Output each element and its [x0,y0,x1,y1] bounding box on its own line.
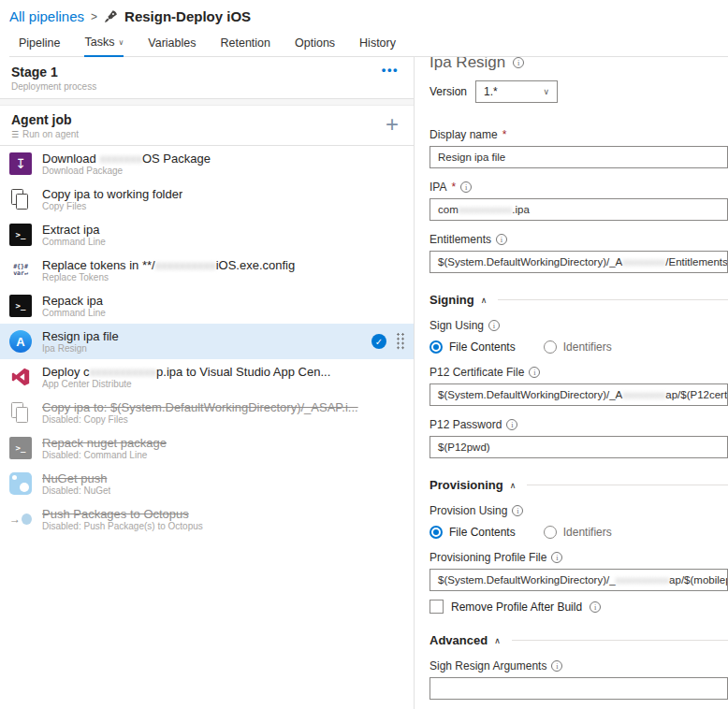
breadcrumb: All pipelines > Resign-Deploy iOS [9,8,728,24]
section-rule [498,299,728,300]
tab-pipeline[interactable]: Pipeline [19,36,60,56]
chevron-down-icon: ∨ [118,38,124,47]
info-icon[interactable]: i [551,552,562,563]
copy-files-icon [9,401,32,424]
chevron-up-icon: ∧ [510,481,517,490]
task-subtitle: Disabled: Copy Files [42,414,358,426]
section-provisioning[interactable]: Provisioning ∧ [430,478,728,492]
info-icon[interactable]: i [460,181,472,193]
field-label: P12 Certificate File [430,366,524,379]
tab-options[interactable]: Options [295,36,335,56]
drag-handle[interactable] [396,332,406,351]
task-row[interactable]: >_Repack ipaCommand Line [0,288,414,324]
remove-profile-checkbox[interactable] [430,600,444,614]
task-subtitle: Download Package [42,166,211,177]
app-center-icon [9,366,32,388]
p12-cert-input[interactable]: $(System.DefaultWorkingDirectory)/_Axxxx… [430,383,728,406]
tab-bar: Pipeline Tasks ∨ Variables Retention Opt… [9,24,728,57]
breadcrumb-all-pipelines-link[interactable]: All pipelines [9,8,84,24]
section-rule [512,640,728,641]
field-entitlements: Entitlements i $(System.DefaultWorkingDi… [430,233,728,273]
field-label: Provision Using [430,504,507,517]
field-sign-using: Sign Using i File Contents Identifiers [430,319,728,354]
task-row[interactable]: Deploy cxxxxxxxxxxxp.ipa to Visual Studi… [0,359,414,395]
entitlements-input[interactable]: $(System.DefaultWorkingDirectory)/_Axxxx… [430,251,728,273]
field-label: Display name [430,128,498,141]
info-icon[interactable]: i [488,320,500,331]
agent-list-icon: ☰ [11,130,19,139]
task-row[interactable]: #{}#var↵Replace tokens in **/xxxxxxxxxxi… [0,253,414,288]
field-label: P12 Password [430,418,502,431]
remove-profile-checkbox-row[interactable]: Remove Profile After Build i [430,600,728,614]
chevron-down-icon: ∨ [543,87,549,96]
field-display-name: Display name * Resign ipa file [430,128,728,168]
task-row[interactable]: Copy ipa to: $(System.DefaultWorkingDire… [0,395,414,430]
ipa-input[interactable]: comxxxxxxxxxx.ipa [430,198,728,221]
command-line-icon: >_ [9,437,32,459]
task-title: Repack nuget package [42,436,167,450]
selected-check-icon: ✓ [371,334,386,349]
task-title: Replace tokens in **/xxxxxxxxxxiOS.exe.c… [42,258,295,272]
chevron-up-icon: ∧ [481,296,488,305]
stage-header[interactable]: Stage 1 Deployment process ••• [0,57,414,99]
section-signing[interactable]: Signing ∧ [430,293,728,307]
task-title: Extract ipa [42,223,106,237]
task-row[interactable]: AResign ipa fileIpa Resign✓ [0,324,414,359]
task-subtitle: Disabled: NuGet [42,485,110,497]
field-p12-cert: P12 Certificate File i $(System.DefaultW… [430,366,728,406]
panel-title: Ipa Resign i [430,57,728,72]
version-select[interactable]: 1.* ∨ [475,80,558,103]
info-icon[interactable]: i [506,419,517,430]
field-label: Sigh Resign Arguments [430,659,546,673]
task-subtitle: Disabled: Command Line [42,450,167,461]
task-row[interactable]: Copy ipa to working folderCopy Files [0,181,414,217]
task-title: Resign ipa file [42,329,119,343]
info-icon[interactable]: i [513,57,524,68]
p12-password-input[interactable]: $(P12pwd) [430,436,728,458]
tab-retention[interactable]: Retention [220,36,270,56]
field-label: Entitlements [430,233,491,246]
task-row[interactable]: >_Repack nuget packageDisabled: Command … [0,430,414,466]
radio-dot [544,526,557,539]
task-row[interactable]: →Push Packages to OctopusDisabled: Push … [0,501,414,537]
task-subtitle: Ipa Resign [42,343,119,354]
sigh-args-input[interactable] [430,677,728,700]
octopus-icon: → [9,508,32,530]
rocket-icon [104,9,118,23]
info-icon[interactable]: i [496,234,507,245]
task-row[interactable]: >_Extract ipaCommand Line [0,217,414,253]
task-subtitle: Replace Tokens [42,272,295,283]
field-provisioning-profile: Provisioning Profile File i $(System.Def… [430,551,728,591]
info-icon[interactable]: i [590,601,601,613]
radio-file-contents[interactable]: File Contents [430,340,516,354]
stage-more-button[interactable]: ••• [382,63,399,77]
tab-tasks[interactable]: Tasks ∨ [84,36,124,57]
task-list: ↧Download xxxxxxxOS PackageDownload Pack… [0,146,414,537]
page-title: Resign-Deploy iOS [124,8,251,24]
info-icon[interactable]: i [512,505,523,516]
task-row[interactable]: ↧Download xxxxxxxOS PackageDownload Pack… [0,146,414,181]
task-config-panel: Ipa Resign i Version 1.* ∨ Display name … [415,57,728,709]
display-name-input[interactable]: Resign ipa file [430,146,728,168]
task-subtitle: Copy Files [42,201,182,212]
provisioning-profile-input[interactable]: $(System.DefaultWorkingDirectory)/_xxxxx… [430,569,728,591]
add-task-button[interactable]: + [386,115,399,134]
field-label: Sign Using [430,319,484,332]
replace-tokens-icon: #{}#var↵ [9,259,32,282]
app-store-icon: A [9,330,32,353]
info-icon[interactable]: i [529,367,540,378]
radio-identifiers[interactable]: Identifiers [544,340,612,354]
command-line-icon: >_ [9,295,32,317]
tab-history[interactable]: History [359,36,396,56]
task-row[interactable]: NuGet pushDisabled: NuGet [0,466,414,501]
field-sigh-args: Sigh Resign Arguments i [430,659,728,700]
radio-file-contents[interactable]: File Contents [430,526,516,539]
section-advanced[interactable]: Advanced ∧ [430,633,728,647]
field-ipa: IPA * i comxxxxxxxxxx.ipa [430,181,728,221]
radio-identifiers[interactable]: Identifiers [544,526,612,539]
info-icon[interactable]: i [551,660,562,672]
field-provision-using: Provision Using i File Contents Identifi… [430,504,728,539]
tab-variables[interactable]: Variables [148,36,196,56]
download-package-icon: ↧ [9,152,32,175]
agent-job-header[interactable]: Agent job ☰ Run on agent + [0,106,414,146]
